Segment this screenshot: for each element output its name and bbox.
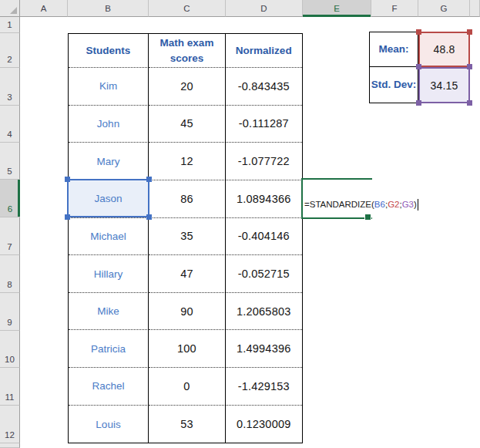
row-header-6-selected[interactable]: 6 bbox=[0, 180, 20, 217]
reference-handle bbox=[416, 64, 421, 69]
cell-c10-score[interactable]: 100 bbox=[149, 330, 226, 368]
text-cursor bbox=[418, 199, 418, 211]
fill-handle[interactable] bbox=[364, 214, 371, 221]
row-header-5[interactable]: 5 bbox=[0, 143, 20, 180]
reference-handle bbox=[65, 177, 70, 182]
column-header-a[interactable]: A bbox=[20, 0, 68, 17]
column-header-d[interactable]: D bbox=[226, 0, 303, 17]
cell-d10-normalized[interactable]: 1.4994396 bbox=[226, 330, 302, 368]
reference-handle bbox=[467, 100, 472, 106]
cell-b12-student[interactable]: Louis bbox=[69, 406, 149, 443]
cell-c12-score[interactable]: 53 bbox=[149, 406, 226, 443]
select-all-triangle-icon bbox=[10, 7, 17, 14]
cell-d3-normalized[interactable]: -0.843435 bbox=[226, 68, 302, 106]
cell-c4-score[interactable]: 45 bbox=[149, 106, 226, 143]
cell-b7-student[interactable]: Michael bbox=[69, 218, 149, 256]
column-header-e-selected[interactable]: E bbox=[303, 0, 371, 17]
row-header-3[interactable]: 3 bbox=[0, 68, 20, 106]
column-header-f[interactable]: F bbox=[371, 0, 418, 17]
row-header-8[interactable]: 8 bbox=[0, 255, 20, 293]
row-header-4[interactable]: 4 bbox=[0, 106, 20, 143]
cell-d12-normalized[interactable]: 0.1230009 bbox=[226, 406, 302, 443]
table-header-normalized[interactable]: Normalized bbox=[226, 34, 302, 68]
formula-token: =STANDARDIZE( bbox=[304, 200, 374, 209]
cell-d8-normalized[interactable]: -0.052715 bbox=[226, 255, 302, 293]
cell-b10-student[interactable]: Patricia bbox=[69, 330, 149, 368]
reference-handle bbox=[65, 214, 70, 220]
cell-b5-student[interactable]: Mary bbox=[69, 143, 149, 180]
select-all-corner[interactable] bbox=[0, 0, 20, 17]
cell-d4-normalized[interactable]: -0.111287 bbox=[226, 106, 302, 143]
row-header-12[interactable]: 12 bbox=[0, 406, 20, 443]
formula-token: ) bbox=[414, 200, 417, 209]
reference-highlight-b6 bbox=[67, 179, 149, 217]
cell-b8-student[interactable]: Hillary bbox=[69, 255, 149, 293]
cell-c9-score[interactable]: 90 bbox=[149, 293, 226, 331]
cell-c7-score[interactable]: 35 bbox=[149, 218, 226, 256]
students-table: Students Math exam scores Normalized Kim… bbox=[68, 33, 303, 443]
formula-token-g2: G2 bbox=[388, 200, 399, 209]
column-header-g[interactable]: G bbox=[418, 0, 470, 17]
reference-handle bbox=[416, 29, 421, 35]
cell-d6-normalized[interactable]: 1.0894366 bbox=[226, 180, 302, 218]
row-header-11[interactable]: 11 bbox=[0, 368, 20, 406]
table-header-math-scores[interactable]: Math exam scores bbox=[149, 34, 226, 68]
cell-c6-score[interactable]: 86 bbox=[149, 180, 226, 218]
column-header-partial[interactable] bbox=[470, 0, 480, 17]
row-header-2[interactable]: 2 bbox=[0, 33, 20, 68]
row-header-10[interactable]: 10 bbox=[0, 331, 20, 368]
cell-b4-student[interactable]: John bbox=[69, 106, 149, 143]
cell-d7-normalized[interactable]: -0.404146 bbox=[226, 218, 302, 256]
spreadsheet: A B C D E F G 1 2 3 4 5 6 7 8 9 10 11 12… bbox=[0, 0, 480, 448]
formula-edit-text[interactable]: =STANDARDIZE(B6;G2;G3) bbox=[304, 197, 418, 211]
table-header-students[interactable]: Students bbox=[69, 34, 149, 68]
cell-b9-student[interactable]: Mike bbox=[69, 293, 149, 331]
row-header-7[interactable]: 7 bbox=[0, 217, 20, 255]
reference-handle bbox=[416, 100, 421, 106]
std-dev-value-cell-reference-purple[interactable]: 34.15 bbox=[418, 67, 470, 103]
column-header-c[interactable]: C bbox=[149, 0, 226, 17]
cell-d5-normalized[interactable]: -1.077722 bbox=[226, 143, 302, 180]
mean-value-cell-reference-red[interactable]: 48.8 bbox=[418, 32, 470, 67]
reference-handle bbox=[467, 29, 472, 35]
row-header-9[interactable]: 9 bbox=[0, 293, 20, 331]
reference-handle bbox=[146, 214, 152, 220]
reference-handle bbox=[467, 64, 472, 69]
std-dev-label-cell[interactable]: Std. Dev: bbox=[369, 66, 418, 104]
cell-d11-normalized[interactable]: -1.429153 bbox=[226, 368, 302, 406]
cell-c5-score[interactable]: 12 bbox=[149, 143, 226, 180]
cell-b3-student[interactable]: Kim bbox=[69, 68, 149, 106]
mean-label-cell[interactable]: Mean: bbox=[369, 32, 418, 67]
cell-c11-score[interactable]: 0 bbox=[149, 368, 226, 406]
cell-b11-student[interactable]: Rachel bbox=[69, 368, 149, 406]
cell-c3-score[interactable]: 20 bbox=[149, 68, 226, 106]
row-header-1[interactable]: 1 bbox=[0, 17, 20, 33]
cell-c8-score[interactable]: 47 bbox=[149, 255, 226, 293]
column-header-b[interactable]: B bbox=[68, 0, 149, 17]
formula-token-g3: G3 bbox=[402, 200, 414, 209]
reference-handle bbox=[146, 177, 152, 182]
row-header-partial[interactable] bbox=[0, 443, 20, 448]
cell-d9-normalized[interactable]: 1.2065803 bbox=[226, 293, 302, 331]
formula-token-b6: B6 bbox=[374, 200, 385, 209]
